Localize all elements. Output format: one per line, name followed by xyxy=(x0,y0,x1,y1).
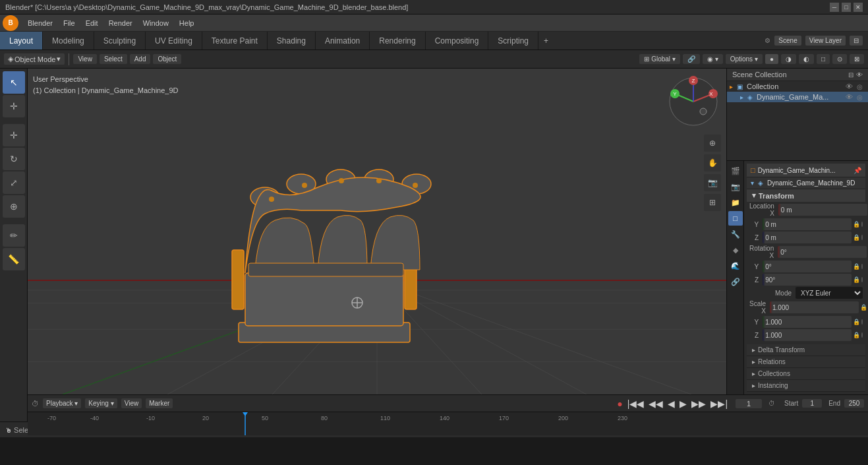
navigation-gizmo[interactable]: X Y Z xyxy=(667,75,720,128)
rotation-z-input[interactable] xyxy=(763,274,852,286)
cursor-tool[interactable]: ✛ xyxy=(3,95,25,117)
transform-section-header[interactable]: ▾ Transform xyxy=(747,189,865,202)
outliner-object-row[interactable]: ▸ ◈ Dynamic_Game_Ma... 👁 ◎ xyxy=(727,92,868,102)
scene-selector[interactable]: Scene xyxy=(774,36,801,46)
props-tab-particles[interactable]: ◆ xyxy=(728,243,743,257)
scale-y-input[interactable] xyxy=(763,316,852,328)
props-tab-scene[interactable]: 🎬 xyxy=(728,164,743,178)
play-button[interactable]: ▶ xyxy=(678,398,688,409)
options-button[interactable]: Options ▾ xyxy=(726,54,763,64)
pan-view[interactable]: ✋ xyxy=(704,154,721,171)
annotate-tool[interactable]: ✏ xyxy=(3,224,25,247)
rotate-tool[interactable]: ↻ xyxy=(3,148,25,170)
props-tab-object[interactable]: □ xyxy=(728,211,743,226)
measure-tool[interactable]: 📏 xyxy=(3,248,25,270)
scale-z-input[interactable] xyxy=(763,329,852,341)
proportional-edit[interactable]: ◉ ▾ xyxy=(703,54,723,64)
next-keyframe-button[interactable]: ▶▶ xyxy=(690,398,707,409)
rotation-z-lock-icon[interactable]: 🔒 xyxy=(853,276,860,283)
location-y-input[interactable] xyxy=(763,218,852,230)
rotation-y-dot[interactable] xyxy=(861,264,863,269)
view-menu[interactable]: View xyxy=(73,54,97,64)
transform-global[interactable]: ⊞ Global ▾ xyxy=(639,54,680,64)
props-tab-output[interactable]: 📁 xyxy=(728,195,743,210)
props-tab-physics[interactable]: 🌊 xyxy=(728,259,743,273)
tab-sculpting[interactable]: Sculpting xyxy=(94,32,146,49)
viewport-overlay[interactable]: ⊙ xyxy=(832,54,847,64)
tab-animation[interactable]: Animation xyxy=(316,32,370,49)
location-y-dot[interactable] xyxy=(861,222,863,227)
rotation-z-dot[interactable] xyxy=(861,277,863,282)
instancing-section[interactable]: ▸ Instancing xyxy=(747,380,865,392)
viewport-shading-wireframe[interactable]: □ xyxy=(817,54,830,64)
tab-layout[interactable]: Layout xyxy=(0,32,43,49)
outliner-filter-button[interactable]: ⊟ xyxy=(848,71,854,78)
scale-tool[interactable]: ⤢ xyxy=(3,171,25,194)
location-y-lock-icon[interactable]: 🔒 xyxy=(853,221,860,228)
menu-help[interactable]: Help xyxy=(174,18,200,28)
jump-end-button[interactable]: ▶▶| xyxy=(709,398,729,409)
tab-shading[interactable]: Shading xyxy=(268,32,316,49)
prev-keyframe-button[interactable]: ◀ xyxy=(666,398,676,409)
object-visibility-icon[interactable]: 👁 xyxy=(846,93,853,101)
rotation-y-lock-icon[interactable]: 🔒 xyxy=(853,263,860,270)
props-tab-render[interactable]: 📷 xyxy=(728,179,743,194)
current-frame-display[interactable]: 1 xyxy=(736,399,762,408)
tab-scripting[interactable]: Scripting xyxy=(488,32,538,49)
add-menu[interactable]: Add xyxy=(130,54,151,64)
object-menu[interactable]: Object xyxy=(153,54,181,64)
scale-y-dot[interactable] xyxy=(861,319,863,325)
menu-blender[interactable]: Blender xyxy=(22,18,58,28)
tab-compositing[interactable]: Compositing xyxy=(426,32,489,49)
viewport-3d[interactable]: User Perspective (1) Collection | Dynami… xyxy=(28,69,726,394)
props-tab-modifier[interactable]: 🔧 xyxy=(728,227,743,241)
tab-texture-paint[interactable]: Texture Paint xyxy=(202,32,268,49)
scale-z-dot[interactable] xyxy=(861,332,863,338)
close-button[interactable]: ✕ xyxy=(854,3,863,12)
maximize-button[interactable]: □ xyxy=(842,3,851,12)
rotation-mode-select[interactable]: XYZ Euler xyxy=(796,287,863,299)
viewport-shading-solid[interactable]: ● xyxy=(765,54,778,64)
rotation-y-input[interactable] xyxy=(763,261,852,272)
menu-edit[interactable]: Edit xyxy=(80,18,103,28)
tab-uv-editing[interactable]: UV Editing xyxy=(146,32,202,49)
end-frame-display[interactable]: 250 xyxy=(844,399,864,408)
pin-icon[interactable]: 📌 xyxy=(854,167,861,174)
keying-menu[interactable]: Keying ▾ xyxy=(85,398,117,408)
menu-render[interactable]: Render xyxy=(103,18,138,28)
tab-modeling[interactable]: Modeling xyxy=(43,32,94,49)
scale-x-input[interactable] xyxy=(770,301,859,313)
record-button[interactable]: ● xyxy=(616,398,623,409)
jump-start-button[interactable]: |◀◀ xyxy=(626,398,646,409)
mode-dropdown[interactable]: ◈ Object Mode ▾ xyxy=(4,53,65,65)
viewport-shading-material[interactable]: ◑ xyxy=(781,54,796,64)
object-render-icon[interactable]: ◎ xyxy=(857,94,863,101)
tab-rendering[interactable]: Rendering xyxy=(370,32,425,49)
collections-section[interactable]: ▸ Collections xyxy=(747,368,865,380)
menu-file[interactable]: File xyxy=(58,18,80,28)
outliner-scene-collection[interactable]: ▸ ▣ Collection 👁 ◎ xyxy=(727,81,868,92)
scale-z-lock-icon[interactable]: 🔒 xyxy=(853,332,860,338)
move-tool[interactable]: ✛ xyxy=(3,124,25,146)
relations-section[interactable]: ▸ Relations xyxy=(747,356,865,368)
outliner-hide-button[interactable]: 👁 xyxy=(856,71,863,78)
delta-transform-section[interactable]: ▸ Delta Transform xyxy=(747,344,865,356)
view-layer-selector[interactable]: View Layer xyxy=(805,36,846,46)
viewport-shading-rendered[interactable]: ◐ xyxy=(799,54,814,64)
prev-frame-button[interactable]: ◀◀ xyxy=(647,398,664,409)
xray-toggle[interactable]: ⊠ xyxy=(850,54,864,64)
filter-button[interactable]: ⊟ xyxy=(850,36,863,46)
location-z-lock-icon[interactable]: 🔒 xyxy=(853,234,860,241)
location-x-input[interactable] xyxy=(778,204,867,216)
zoom-to-fit[interactable]: ⊕ xyxy=(704,135,721,152)
timeline-track[interactable]: -70 -40 -10 20 50 80 110 140 170 200 230 xyxy=(28,412,868,435)
marker-menu[interactable]: Marker xyxy=(146,398,173,408)
rotation-x-input[interactable] xyxy=(778,246,867,258)
collection-render-icon[interactable]: ◎ xyxy=(857,83,863,90)
collection-visibility-icon[interactable]: 👁 xyxy=(846,82,853,90)
start-frame-display[interactable]: 1 xyxy=(802,399,822,408)
minimize-button[interactable]: ─ xyxy=(830,3,839,12)
select-box-tool[interactable]: ↖ xyxy=(3,71,25,94)
location-z-input[interactable] xyxy=(763,232,852,243)
camera-view[interactable]: 📷 xyxy=(704,174,721,191)
